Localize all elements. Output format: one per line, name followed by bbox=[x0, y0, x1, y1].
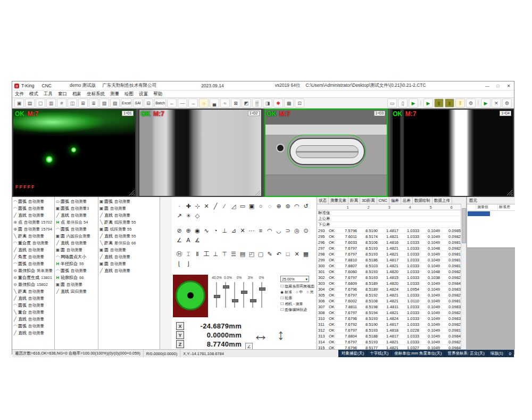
list-item[interactable]: ⊖ 最佳拟合 15802 bbox=[12, 281, 54, 288]
tool-button-icon[interactable]: ◇ bbox=[194, 212, 201, 219]
toolbar-button[interactable]: ▮ bbox=[445, 98, 454, 108]
toolbar-button[interactable]: ▩ bbox=[284, 98, 294, 108]
option-checkbox[interactable]: ☐ 图像编辑轨迹 bbox=[280, 307, 314, 312]
light-slider[interactable] bbox=[230, 281, 239, 309]
tool-button-icon[interactable]: ≡ bbox=[257, 227, 264, 234]
tool-button-icon[interactable]: A bbox=[185, 236, 192, 244]
list-item[interactable]: ◠ 圆弧 自动测量 bbox=[55, 226, 98, 233]
status-toggle[interactable]: 十字线(关) bbox=[367, 350, 391, 357]
table-row[interactable]: 308 OK 7.6797 8.5194 1.4821 1.0333 0.104… bbox=[317, 310, 466, 316]
toolbar-button[interactable]: → bbox=[188, 98, 198, 108]
table-row[interactable]: 311 OK 7.6792 8.5190 1.4817 1.0333 0.104… bbox=[317, 322, 466, 327]
option-checkbox[interactable]: ☐ 隐藏当前画面视图 bbox=[280, 283, 314, 289]
list-item[interactable]: ▣ 圆 自动测量 bbox=[98, 260, 160, 267]
tool-button-icon[interactable]: ⌶ bbox=[185, 250, 192, 258]
table-tab[interactable]: 状态 bbox=[317, 197, 329, 204]
list-item[interactable]: ⊖ 最佳拟合 简单测量 bbox=[12, 267, 54, 274]
tool-button-icon[interactable]: ⊙ bbox=[303, 227, 309, 234]
list-item[interactable]: ╱ 直线 自动测量 bbox=[55, 212, 98, 219]
tool-button-icon[interactable]: ⊛ bbox=[285, 202, 291, 210]
list-item[interactable]: ⊕ 圆 自动测量 15794 bbox=[12, 226, 54, 233]
list-item[interactable]: ╱ 直线 自动测量 bbox=[12, 316, 54, 323]
table-row[interactable]: 304 OK 7.6796 8.5189 1.4824 1.0954 0.104… bbox=[317, 286, 466, 292]
maximize-button[interactable]: □ bbox=[493, 81, 503, 90]
light-slider[interactable] bbox=[221, 281, 230, 309]
tool-button-icon[interactable]: 工 bbox=[203, 250, 210, 258]
camera-viewport-4[interactable]: OK M:7 1=D4 bbox=[390, 109, 514, 197]
list-item[interactable]: ╱ 直线 自动测量 bbox=[55, 240, 98, 246]
toolbar-button[interactable]: Excel bbox=[121, 98, 132, 108]
list-item[interactable]: ▣ 圆 内圆拟合测量 bbox=[55, 233, 98, 240]
tolerance-row[interactable]: 下公差 bbox=[317, 222, 466, 228]
list-item[interactable]: ╱ 直线 自动测量 bbox=[98, 253, 160, 260]
toolbar-button[interactable]: SAI bbox=[133, 98, 143, 108]
toolbar-button[interactable]: ▧ bbox=[99, 98, 109, 108]
tool-button-icon[interactable]: ○ bbox=[257, 202, 264, 210]
toolbar-button[interactable]: — bbox=[178, 98, 187, 108]
table-row[interactable]: 307 OK 7.8811 8.5198 1.4811 1.0333 0.104… bbox=[317, 304, 466, 310]
list-item[interactable]: ▣ 圆 自动测量 bbox=[55, 246, 98, 253]
list-item[interactable]: ◠ 圆弧 自动测量 bbox=[12, 302, 54, 309]
list-item[interactable]: ⊕ 点 自动测量 15702 bbox=[12, 219, 54, 226]
option-checkbox[interactable]: ◉ 标准 ○ 中 ○ 黑 bbox=[280, 289, 314, 295]
tool-button-icon[interactable]: ∠ bbox=[176, 236, 182, 244]
table-row[interactable]: 300 OK 7.8807 8.5103 1.4821 1.0333 0.104… bbox=[317, 263, 466, 269]
list-item[interactable]: ╱ 直线 自动测量 bbox=[98, 267, 160, 274]
toolbar-button[interactable]: ⊠ bbox=[231, 98, 240, 108]
menu-item[interactable]: 帮助 bbox=[151, 91, 165, 97]
scrollbar-thumb[interactable] bbox=[462, 208, 466, 243]
camera-viewport-2[interactable]: OK M:7 1=D2 bbox=[138, 109, 262, 197]
tool-button-icon[interactable]: ✕ bbox=[294, 250, 300, 258]
toolbar-button[interactable]: ▶ bbox=[409, 98, 418, 108]
tool-button-icon[interactable]: ☰ bbox=[230, 250, 237, 258]
tool-button-icon[interactable]: ⌋ bbox=[185, 260, 192, 267]
selected-cell-highlight[interactable] bbox=[468, 211, 490, 216]
list-item[interactable]: ▣ 圆弧 自动测量3 bbox=[55, 205, 98, 212]
toolbar-button[interactable]: ◫ bbox=[68, 98, 77, 108]
tool-button-icon[interactable]: ◎ bbox=[294, 227, 300, 234]
camera-viewport-3-selected[interactable]: OK M:7 1=D3 bbox=[264, 109, 388, 197]
tool-button-icon[interactable]: ▦ bbox=[303, 250, 309, 258]
list-item[interactable]: ◠ 重合度 自动测量 bbox=[12, 240, 54, 246]
list-item[interactable]: ▣ 圆 自动测量 bbox=[98, 246, 160, 253]
toolbar-button[interactable]: ⊡ bbox=[295, 98, 304, 108]
toolbar-button[interactable]: ≈ bbox=[220, 98, 230, 108]
toolbar-button[interactable]: ✱ bbox=[273, 98, 283, 108]
toolbar-button[interactable]: ⊞ bbox=[78, 98, 88, 108]
toolbar-button[interactable]: ▤ bbox=[25, 98, 35, 108]
list-item[interactable]: ◠ 网络圆点大小 bbox=[55, 253, 98, 260]
list-item[interactable]: ╱ 直线 自动测量 55 bbox=[98, 233, 160, 240]
toolbar-button[interactable]: ▶ bbox=[423, 98, 433, 108]
tool-button-icon[interactable]: ▭ bbox=[239, 202, 246, 210]
list-item[interactable]: ◠ 圆弧 自动测量 bbox=[12, 323, 54, 330]
toolbar-button[interactable]: ▨ bbox=[110, 98, 120, 108]
list-scroll-gutter[interactable] bbox=[160, 197, 172, 349]
table-scrollbar[interactable] bbox=[461, 204, 466, 349]
tool-button-icon[interactable]: ◉ bbox=[194, 227, 201, 234]
table-row[interactable]: 310 OK 7.6796 8.5193 1.4824 1.0333 0.104… bbox=[317, 316, 466, 322]
tool-button-icon[interactable]: Ⅱ bbox=[194, 250, 201, 258]
tool-button-icon[interactable]: ⊃ bbox=[285, 227, 291, 234]
table-row[interactable]: 306 OK 7.6002 8.5108 1.4821 1.0110 0.104… bbox=[317, 298, 466, 304]
tool-button-icon[interactable]: ⊥ bbox=[212, 250, 219, 258]
tool-button-icon[interactable]: ∿ bbox=[203, 227, 210, 234]
list-item[interactable]: ╲ 距离 最佳拟合 66 bbox=[98, 240, 160, 246]
table-row[interactable]: 293 OK 7.5796 8.5190 1.4817 1.0333 0.104… bbox=[317, 228, 466, 234]
menu-item[interactable]: 工具 bbox=[41, 91, 55, 97]
zoom-select[interactable]: 25.00% ▾ bbox=[280, 276, 309, 282]
tolerance-row[interactable]: 标准值 bbox=[317, 210, 466, 216]
tool-button-icon[interactable]: ✳ bbox=[185, 212, 192, 219]
status-toggle[interactable]: 对象捕捉(关) bbox=[338, 350, 367, 357]
list-item[interactable]: ◠ 圆弧 自动测量 bbox=[12, 198, 54, 205]
table-row[interactable]: 313 OK 7.8804 8.5188 1.4817 1.0333 0.104… bbox=[317, 333, 466, 339]
tool-button-icon[interactable]: ✎ bbox=[267, 250, 273, 258]
angle-tool-button[interactable]: ∠ bbox=[245, 343, 253, 349]
jog-vertical-icon[interactable]: ↕ bbox=[277, 326, 285, 343]
tool-button-icon[interactable]: ⊘ bbox=[176, 227, 182, 234]
toolbar-button[interactable]: ‖ bbox=[455, 98, 465, 108]
list-item[interactable]: ╱ 直线 自动测量 bbox=[98, 212, 160, 219]
table-row[interactable]: 305 OK 7.6797 8.5192 1.4821 1.0333 0.104… bbox=[317, 292, 466, 298]
toolbar-button[interactable]: ◨ bbox=[263, 98, 272, 108]
toolbar-button[interactable]: ⚙ bbox=[466, 98, 476, 108]
tool-button-icon[interactable]: ⊿ bbox=[230, 227, 237, 234]
